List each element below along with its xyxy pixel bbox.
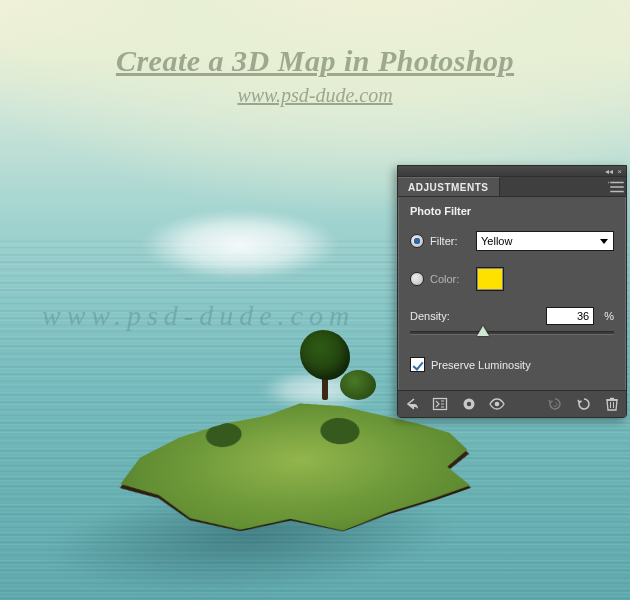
color-label: Color:: [430, 273, 470, 285]
slider-track: [410, 331, 614, 335]
density-input[interactable]: 36: [546, 307, 594, 325]
preserve-luminosity-label: Preserve Luminosity: [431, 359, 531, 371]
svg-rect-0: [434, 399, 447, 410]
filter-preset-value: Yellow: [481, 235, 512, 247]
preserve-luminosity-checkbox[interactable]: [410, 357, 425, 372]
density-label: Density:: [410, 310, 450, 322]
panel-tab-bar: ADJUSTMENTS: [398, 177, 626, 197]
svg-point-3: [495, 402, 500, 407]
panel-menu-icon[interactable]: [608, 177, 626, 196]
tab-adjustments[interactable]: ADJUSTMENTS: [398, 177, 500, 196]
back-arrow-icon[interactable]: [404, 395, 420, 413]
color-row: Color:: [410, 265, 614, 293]
adjustments-panel: ◂◂ × ADJUSTMENTS Photo Filter Filter: Ye…: [397, 165, 627, 418]
density-slider[interactable]: [410, 325, 614, 339]
preserve-luminosity-row: Preserve Luminosity: [410, 357, 614, 372]
filter-radio[interactable]: [410, 234, 424, 248]
previous-state-icon[interactable]: [547, 395, 563, 413]
collapse-panel-icon[interactable]: ◂◂: [605, 167, 613, 176]
color-swatch[interactable]: [476, 267, 504, 291]
close-panel-icon[interactable]: ×: [617, 167, 622, 176]
filter-row: Filter: Yellow: [410, 231, 614, 251]
clip-to-layer-icon[interactable]: [461, 395, 477, 413]
toggle-visibility-icon[interactable]: [489, 395, 505, 413]
adjustment-type-heading: Photo Filter: [410, 205, 614, 217]
filter-preset-select[interactable]: Yellow: [476, 231, 614, 251]
svg-point-2: [467, 402, 471, 406]
density-row: Density: 36 %: [410, 307, 614, 325]
delete-icon[interactable]: [604, 395, 620, 413]
percent-symbol: %: [604, 310, 614, 322]
color-radio[interactable]: [410, 272, 424, 286]
expand-view-icon[interactable]: [432, 395, 448, 413]
reset-icon[interactable]: [575, 395, 591, 413]
panel-footer: [398, 390, 626, 417]
chevron-down-icon: [597, 234, 611, 248]
slider-thumb[interactable]: [477, 326, 489, 336]
panel-top-strip: ◂◂ ×: [398, 166, 626, 177]
filter-label: Filter:: [430, 235, 470, 247]
